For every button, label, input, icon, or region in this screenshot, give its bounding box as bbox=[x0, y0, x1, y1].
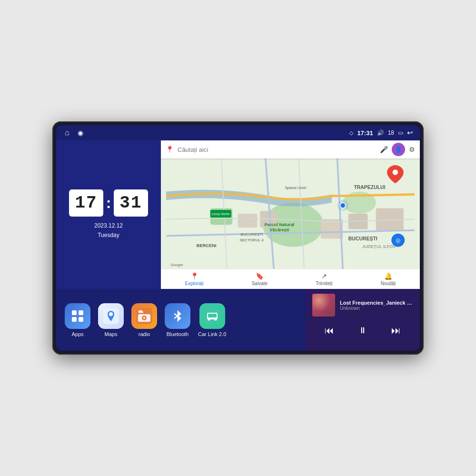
music-artist: Unknown bbox=[340, 306, 413, 311]
map-tab-send[interactable]: ↗ Trimiteți bbox=[316, 272, 332, 286]
user-avatar[interactable]: 👤 bbox=[392, 143, 405, 156]
app-icon-radio[interactable]: FM radio bbox=[131, 303, 157, 337]
svg-text:Leroy Merlin: Leroy Merlin bbox=[212, 212, 230, 216]
svg-rect-27 bbox=[79, 310, 83, 315]
clock-separator: : bbox=[106, 194, 111, 212]
status-left-nav: ⌂ ◉ bbox=[63, 129, 85, 137]
clock-widget: 17 : 31 2023.12.12 Tuesday bbox=[56, 140, 161, 289]
svg-point-37 bbox=[143, 317, 145, 319]
bluetooth-label: Bluetooth bbox=[167, 331, 188, 337]
svg-text:BUCUREȘTI: BUCUREȘTI bbox=[348, 236, 377, 241]
clock-day-value: Tuesday bbox=[94, 231, 123, 240]
map-area[interactable]: Parcul Natural Văcărești Leroy Merlin TR… bbox=[161, 159, 420, 269]
saved-icon: 🔖 bbox=[256, 272, 264, 280]
battery-icon: ▭ bbox=[398, 129, 403, 136]
svg-rect-8 bbox=[376, 208, 404, 230]
svg-text:Google: Google bbox=[170, 263, 183, 267]
svg-point-42 bbox=[214, 318, 217, 320]
map-widget[interactable]: 📍 🎤 👤 ⚙ bbox=[161, 140, 420, 289]
map-bottom-bar: 📍 Explorați 🔖 Salvate ↗ Trimiteți 🔔 bbox=[161, 269, 420, 289]
device-screen: ⌂ ◉ ◇ 17:31 🔊 18 ▭ ↩ 17 : bbox=[56, 125, 420, 351]
svg-rect-4 bbox=[238, 214, 258, 228]
music-text: Lost Frequencies_Janieck Devy-... Unknow… bbox=[340, 300, 413, 311]
settings-icon[interactable]: ⚙ bbox=[409, 146, 415, 153]
maps-pin-icon: 📍 bbox=[166, 146, 174, 153]
explore-icon: 📍 bbox=[190, 272, 198, 280]
bluetooth-icon-wrapper bbox=[165, 303, 190, 329]
music-album-art bbox=[312, 294, 335, 317]
map-tab-saved[interactable]: 🔖 Salvate bbox=[252, 272, 268, 286]
map-tab-saved-label: Salvate bbox=[252, 281, 268, 286]
map-tab-send-label: Trimiteți bbox=[316, 281, 332, 286]
map-tab-news[interactable]: 🔔 Noutăți bbox=[381, 272, 396, 286]
radio-label: radio bbox=[139, 331, 150, 337]
clock-date-value: 2023.12.12 bbox=[94, 221, 123, 230]
bottom-section: Apps Maps bbox=[56, 289, 420, 351]
svg-text:BUCUREȘTI: BUCUREȘTI bbox=[241, 232, 263, 237]
svg-point-24 bbox=[337, 200, 348, 211]
app-icon-bluetooth[interactable]: Bluetooth bbox=[165, 303, 190, 337]
play-pause-button[interactable]: ⏸ bbox=[355, 324, 371, 337]
carlink-icon-wrapper bbox=[199, 303, 225, 329]
apps-label: Apps bbox=[71, 331, 83, 337]
music-controls: ⏮ ⏸ ⏭ bbox=[312, 321, 413, 338]
svg-rect-40 bbox=[208, 314, 217, 317]
main-content: 17 : 31 2023.12.12 Tuesday 📍 🎤 bbox=[56, 140, 420, 351]
status-bar: ⌂ ◉ ◇ 17:31 🔊 18 ▭ ↩ bbox=[56, 125, 420, 140]
battery-level: 18 bbox=[388, 129, 394, 136]
svg-text:SECTORUL 4: SECTORUL 4 bbox=[239, 238, 264, 242]
svg-text:TRAPEZULUI: TRAPEZULUI bbox=[354, 185, 385, 190]
map-search-input[interactable] bbox=[178, 146, 376, 153]
clock-hour: 17 bbox=[69, 189, 103, 217]
apps-icon-wrapper bbox=[65, 303, 90, 329]
app-icon-maps[interactable]: Maps bbox=[98, 303, 124, 337]
top-section: 17 : 31 2023.12.12 Tuesday 📍 🎤 bbox=[56, 140, 420, 289]
svg-text:Splaiul Unirii: Splaiul Unirii bbox=[285, 186, 306, 190]
music-info: Lost Frequencies_Janieck Devy-... Unknow… bbox=[312, 294, 413, 317]
svg-text:JUDEȚUL ILFOV: JUDEȚUL ILFOV bbox=[362, 244, 397, 249]
album-art-visual bbox=[312, 294, 335, 317]
map-tab-news-label: Noutăți bbox=[381, 281, 396, 286]
svg-text:◎: ◎ bbox=[396, 237, 400, 243]
clock-date: 2023.12.12 Tuesday bbox=[94, 221, 123, 239]
app-icon-apps[interactable]: Apps bbox=[65, 303, 90, 337]
maps-icon-wrapper bbox=[98, 303, 124, 329]
apps-bar: Apps Maps bbox=[56, 289, 306, 351]
carlink-label: Car Link 2.0 bbox=[198, 331, 226, 337]
svg-point-31 bbox=[109, 312, 113, 316]
status-right-info: ◇ 17:31 🔊 18 ▭ ↩ bbox=[349, 129, 413, 137]
svg-text:Văcărești: Văcărești bbox=[269, 228, 289, 232]
prev-button[interactable]: ⏮ bbox=[321, 323, 338, 338]
music-title: Lost Frequencies_Janieck Devy-... bbox=[340, 300, 413, 306]
news-icon: 🔔 bbox=[384, 272, 392, 280]
send-icon: ↗ bbox=[321, 272, 327, 280]
clock-display: 17 : 31 bbox=[69, 189, 148, 217]
status-time: 17:31 bbox=[357, 129, 373, 137]
map-search-bar: 📍 🎤 👤 ⚙ bbox=[161, 140, 420, 159]
svg-text:FM: FM bbox=[140, 311, 143, 314]
volume-icon: 🔊 bbox=[377, 129, 384, 136]
svg-point-22 bbox=[393, 169, 398, 175]
back-icon[interactable]: ↩ bbox=[407, 129, 413, 137]
next-button[interactable]: ⏭ bbox=[387, 323, 405, 338]
home-icon[interactable]: ⌂ bbox=[63, 129, 71, 137]
svg-text:Parcul Natural: Parcul Natural bbox=[264, 222, 294, 227]
svg-rect-28 bbox=[72, 317, 77, 322]
svg-text:BERCENI: BERCENI bbox=[197, 243, 217, 248]
maps-nav-icon[interactable]: ◉ bbox=[76, 129, 85, 137]
clock-minute: 31 bbox=[114, 189, 148, 217]
svg-point-41 bbox=[208, 318, 210, 320]
car-head-unit: ⌂ ◉ ◇ 17:31 🔊 18 ▭ ↩ 17 : bbox=[52, 121, 424, 355]
radio-icon-wrapper: FM bbox=[131, 303, 157, 329]
map-tab-explore[interactable]: 📍 Explorați bbox=[185, 272, 204, 286]
voice-search-icon[interactable]: 🎤 bbox=[380, 146, 388, 153]
app-icon-carlink[interactable]: Car Link 2.0 bbox=[198, 303, 226, 337]
svg-rect-29 bbox=[79, 317, 83, 322]
gps-icon: ◇ bbox=[349, 130, 353, 136]
music-player: Lost Frequencies_Janieck Devy-... Unknow… bbox=[306, 289, 420, 351]
svg-rect-26 bbox=[72, 310, 77, 315]
maps-label: Maps bbox=[105, 331, 118, 337]
map-tab-explore-label: Explorați bbox=[185, 281, 204, 286]
